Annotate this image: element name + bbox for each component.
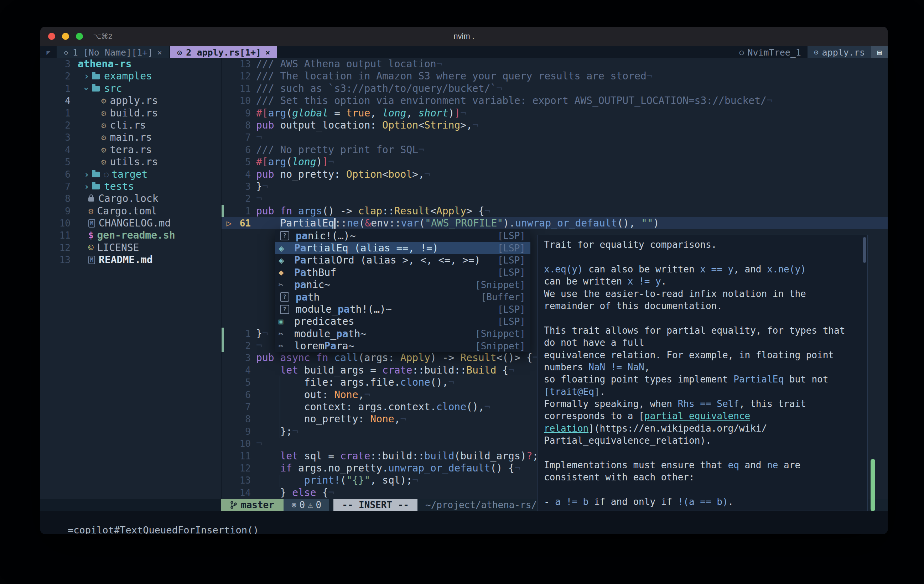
chevron-collapsed-icon[interactable]: › xyxy=(81,168,92,181)
git-branch-segment[interactable]: master xyxy=(221,499,284,511)
completion-item[interactable]: ?panic!(…)~[LSP] xyxy=(275,230,530,242)
line-number: 4 xyxy=(234,364,251,376)
minimize-window-button[interactable] xyxy=(62,33,69,40)
editor-row[interactable]: 10/// Set this option via environment va… xyxy=(221,95,888,107)
tree-row[interactable]: 11$gen-readme.sh xyxy=(40,229,221,241)
editor-row[interactable]: 3}¬ xyxy=(221,181,888,193)
tree-row[interactable]: 7›tests xyxy=(40,181,221,193)
tree-row[interactable]: 6›◌target xyxy=(40,168,221,181)
editor-row[interactable]: 2¬ xyxy=(221,193,888,205)
tab[interactable]: ◇1 [No Name][1+]× xyxy=(57,46,169,58)
buffer-corner-icon[interactable]: ▤ xyxy=(871,46,888,58)
line-number: 7 xyxy=(234,131,251,144)
editor-row[interactable]: 7¬ xyxy=(221,131,888,144)
editor-row[interactable]: 8pub output_location: Option<String>,¬ xyxy=(221,119,888,131)
tree-row[interactable]: 4⚙apply.rs xyxy=(40,95,221,107)
completion-source: [Snippet] xyxy=(475,328,525,339)
token-pln: and xyxy=(739,460,767,470)
snippet-kind-icon: ✂ xyxy=(279,341,293,350)
token-fn: print! xyxy=(304,474,340,486)
token-pln: < xyxy=(382,168,388,180)
tree-row[interactable]: 13MREADME.md xyxy=(40,254,221,266)
token-pln: predicates xyxy=(294,315,355,327)
code-line: #[arg(global = true, long, short)]¬ xyxy=(256,107,888,119)
editor-row[interactable]: 11/// such as `s3://path/to/query/bucket… xyxy=(221,82,888,95)
tree-row[interactable]: 10MCHANGELOG.md xyxy=(40,217,221,229)
docs-scrollbar[interactable] xyxy=(863,237,866,263)
completion-item[interactable]: ✂panic~[Snippet] xyxy=(275,279,530,291)
completion-item[interactable]: ✂module_path~[Snippet] xyxy=(275,328,530,340)
editor-row[interactable]: 1pub fn args() -> clap::Result<Apply> {¬ xyxy=(221,205,888,217)
chevron-collapsed-icon[interactable]: › xyxy=(81,181,92,193)
token-eol: ¬ xyxy=(472,119,478,131)
diagnostics-segment[interactable]: ⊗ 0 ⚠ 0 xyxy=(284,499,329,511)
token-pln xyxy=(256,450,280,462)
tree-line-number: 3 xyxy=(40,58,71,70)
token-code: x.eq(y) xyxy=(544,264,583,275)
completion-source: [LSP] xyxy=(498,304,525,315)
buffer-chip[interactable]: ⊙apply.rs xyxy=(807,46,871,58)
line-number xyxy=(234,290,251,303)
token-pln: ) xyxy=(316,156,322,168)
completion-item[interactable]: ▣predicates[LSP] xyxy=(275,315,530,328)
indent-guide xyxy=(280,475,280,487)
tab-close-icon[interactable]: × xyxy=(266,48,270,57)
tab[interactable]: ◎2 apply.rs[1+]× xyxy=(170,46,277,58)
tree-row[interactable]: 12©LICENSE xyxy=(40,242,221,254)
token-pln: sql = xyxy=(304,450,340,462)
completion-item[interactable]: ◈PartialOrd (alias >, <, <=, >=)[LSP] xyxy=(275,254,530,266)
docs-line: remainder of this documentation. xyxy=(544,300,867,312)
tree-row[interactable]: 2⚙cli.rs xyxy=(40,119,221,131)
sign-column xyxy=(224,95,234,107)
line-number: 6 xyxy=(234,389,251,401)
editor-row[interactable]: 12/// The location in Amazon S3 where yo… xyxy=(221,70,888,82)
sign-column xyxy=(224,279,234,290)
token-match: pa xyxy=(295,230,308,242)
completion-item[interactable]: ?module_path!(…)~[LSP] xyxy=(275,303,530,315)
token-pln xyxy=(256,462,280,474)
token-pln: but not xyxy=(784,374,828,384)
completion-item[interactable]: ◆PathBuf[LSP] xyxy=(275,266,530,279)
titlebar[interactable]: ⌥⌘2 nvim . xyxy=(40,27,888,46)
token-eol: ¬ xyxy=(448,376,454,388)
buffer-chip[interactable]: ○NvimTree_1 xyxy=(733,46,807,58)
zoom-window-button[interactable] xyxy=(76,33,83,40)
tree-line-number: 1 xyxy=(40,107,71,119)
tree-row[interactable]: 8Cargo.lock xyxy=(40,193,221,205)
editor-row[interactable]: 9#[arg(global = true, long, short)]¬ xyxy=(221,107,888,119)
close-window-button[interactable] xyxy=(48,33,55,40)
tree-row[interactable]: 1⚙build.rs xyxy=(40,107,221,119)
completion-item[interactable]: ?path[Buffer] xyxy=(275,291,530,303)
buffer-icon: ⊙ xyxy=(814,48,818,57)
tree-item: ⚙main.rs xyxy=(101,131,152,144)
tabline: ◤ ◇1 [No Name][1+]×◎2 apply.rs[1+]× ○Nvi… xyxy=(40,46,888,58)
tree-line-number: 6 xyxy=(40,168,71,181)
docs-line: Formally speaking, when Rhs == Self, thi… xyxy=(544,398,867,410)
editor-row[interactable]: 6/// No pretty print for SQL¬ xyxy=(221,144,888,156)
editor-row[interactable]: ▷61 PartialEq::ne(&env::var("AWS_PROFILE… xyxy=(221,217,888,229)
tree-row[interactable]: 2›examples xyxy=(40,70,221,82)
editor-row[interactable]: 4pub no_pretty: Option<bool>,¬ xyxy=(221,168,888,181)
chevron-expanded-icon[interactable]: › xyxy=(81,83,92,94)
tree-row[interactable]: 3athena-rs xyxy=(40,58,221,70)
token-eol: ¬ xyxy=(767,95,772,106)
cmdline[interactable]: =copilot#TextQueuedForInsertion() xyxy=(40,511,888,534)
tree-row[interactable]: 3⚙main.rs xyxy=(40,131,221,144)
window-title: nvim . xyxy=(40,32,888,41)
tab-close-icon[interactable]: × xyxy=(157,48,162,57)
tree-row[interactable]: 5⚙utils.rs xyxy=(40,156,221,168)
terminal-window: ⌥⌘2 nvim . ◤ ◇1 [No Name][1+]×◎2 apply.r… xyxy=(40,27,888,534)
editor-row[interactable]: 13/// AWS Athena output location¬ xyxy=(221,58,888,70)
tree-row[interactable]: 1›src xyxy=(40,82,221,95)
main-scrollbar[interactable] xyxy=(871,459,875,511)
tree-row[interactable]: 4⚙tera.rs xyxy=(40,144,221,156)
chevron-collapsed-icon[interactable]: › xyxy=(81,70,92,82)
tree-row[interactable]: 9⚙Cargo.toml xyxy=(40,205,221,217)
code-line: /// The location in Amazon S3 where your… xyxy=(256,70,888,82)
token-pln: corresponds to a [ xyxy=(544,411,644,421)
editor-row[interactable]: 5#[arg(long)]¬ xyxy=(221,156,888,168)
completion-item[interactable]: ◈PartialEq (alias ==, !=)[LSP] xyxy=(275,242,530,254)
completion-item[interactable]: ✂loremPara~[Snippet] xyxy=(275,340,530,352)
completion-label: panic!(…)~ xyxy=(295,230,498,242)
docs-line xyxy=(544,483,867,496)
